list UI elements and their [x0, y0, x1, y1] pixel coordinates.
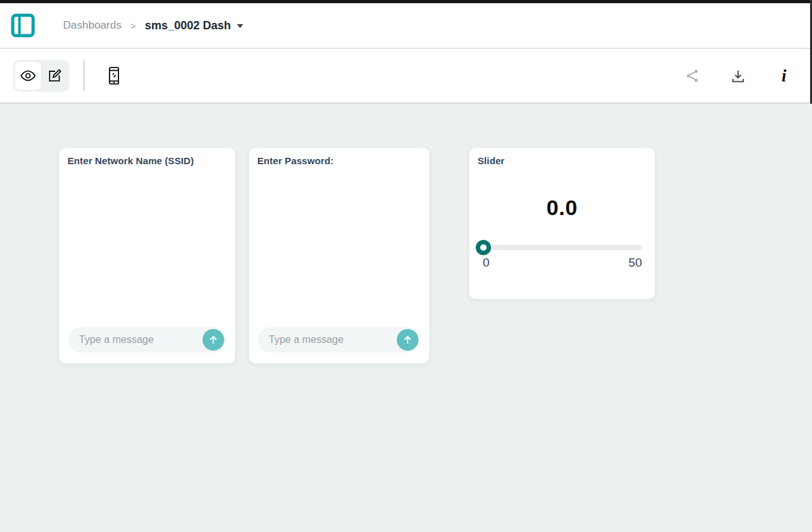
- slider-track[interactable]: [476, 245, 642, 250]
- edit-pencil-icon: [46, 67, 63, 84]
- window-top-border: [0, 0, 812, 3]
- widget-slider-card: Slider 0.0 0 50: [469, 148, 655, 299]
- widget-ssid-card: Enter Network Name (SSID): [59, 148, 235, 363]
- breadcrumb-separator: >: [131, 20, 136, 31]
- slider-thumb[interactable]: [476, 240, 491, 255]
- toolbar-divider: [83, 60, 85, 91]
- info-button[interactable]: i: [770, 62, 798, 90]
- mobile-preview-button[interactable]: [100, 62, 128, 90]
- arrow-up-icon: [402, 335, 413, 345]
- dashboard-title-dropdown[interactable]: sms_0002 Dash: [145, 19, 243, 32]
- edit-mode-button[interactable]: [42, 62, 68, 90]
- dashboard-title: sms_0002 Dash: [145, 19, 231, 32]
- slider-min-label: 0: [476, 256, 490, 270]
- slider-max-label: 50: [629, 256, 642, 270]
- eye-view-icon: [20, 67, 36, 84]
- arrow-up-icon: [208, 335, 218, 345]
- password-message-input[interactable]: [258, 334, 397, 346]
- view-mode-button[interactable]: [15, 62, 41, 90]
- app-header: Dashboards > sms_0002 Dash: [0, 3, 812, 49]
- message-input-row: [258, 327, 420, 353]
- download-icon: [730, 67, 746, 84]
- sidebar-layout-icon: [11, 13, 35, 38]
- ssid-send-button[interactable]: [203, 329, 224, 351]
- view-edit-toggle: [13, 60, 69, 92]
- mobile-phone-icon: [106, 66, 122, 85]
- breadcrumb-dashboards-link[interactable]: Dashboards: [63, 19, 122, 32]
- widget-title: Enter Password:: [249, 148, 429, 166]
- share-icon: [685, 68, 700, 83]
- message-input-row: [68, 327, 226, 353]
- dashboard-canvas: Enter Network Name (SSID) Enter Password…: [0, 104, 812, 532]
- slider-value: 0.0: [469, 195, 655, 220]
- slider-control: [476, 240, 642, 255]
- widget-title: Slider: [469, 148, 655, 166]
- dashboard-toolbar: i: [0, 49, 812, 104]
- dashboard-page: Dashboards > sms_0002 Dash: [0, 0, 812, 532]
- download-button[interactable]: [724, 62, 752, 90]
- chevron-down-icon: [237, 24, 243, 28]
- toolbar-right-group: i: [678, 62, 798, 90]
- breadcrumb: Dashboards > sms_0002 Dash: [63, 19, 243, 32]
- share-button[interactable]: [678, 62, 706, 90]
- menu-toggle-button[interactable]: [11, 13, 35, 38]
- password-send-button[interactable]: [397, 329, 418, 351]
- ssid-message-input[interactable]: [68, 334, 203, 346]
- info-icon: i: [781, 67, 787, 85]
- widget-title: Enter Network Name (SSID): [59, 148, 235, 166]
- widget-password-card: Enter Password:: [249, 148, 429, 363]
- slider-range-labels: 0 50: [476, 256, 642, 270]
